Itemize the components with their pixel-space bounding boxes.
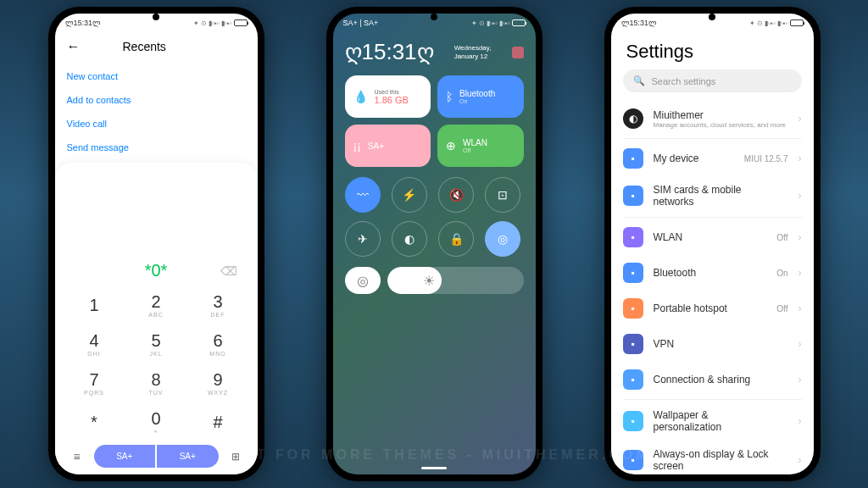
auto-brightness-button[interactable]: ◎ bbox=[345, 267, 381, 294]
search-placeholder: Search settings bbox=[652, 76, 716, 86]
bluetooth-icon: ᛒ bbox=[446, 90, 453, 103]
page-title: Recents bbox=[123, 40, 166, 53]
bluetooth-tile[interactable]: ᛒ Bluetooth On bbox=[437, 75, 524, 118]
settings-icon: ▪ bbox=[623, 227, 643, 247]
key-6[interactable]: 6MNO bbox=[187, 324, 249, 363]
chevron-right-icon: › bbox=[798, 231, 802, 243]
chevron-right-icon: › bbox=[798, 454, 802, 466]
wifi-icon: ⊕ bbox=[446, 139, 456, 152]
settings-icon: ▪ bbox=[623, 450, 643, 470]
chevron-right-icon: › bbox=[798, 374, 802, 385]
settings-item-wlan[interactable]: ▪ WLAN Off › bbox=[611, 219, 814, 255]
battery-icon bbox=[234, 19, 248, 26]
phone-dialer: ლ15:31ლ ✦ ⊙ ▮▫▪▫ ▮▫▪▫ ← Recents New cont… bbox=[48, 7, 264, 481]
dialpad-toggle-icon[interactable]: ⊞ bbox=[225, 451, 246, 463]
edit-icon[interactable] bbox=[512, 47, 524, 58]
toggle-flashlight[interactable]: ⚡ bbox=[392, 177, 427, 213]
toggle-location[interactable]: ◎ bbox=[485, 221, 520, 257]
status-carrier: SA+ | SA+ bbox=[343, 19, 379, 27]
action-add-contacts[interactable]: Add to contacts bbox=[67, 88, 246, 112]
toggle-darkmode[interactable]: ◐ bbox=[392, 221, 427, 257]
number-display: *0* ⌫ bbox=[55, 256, 258, 286]
toggle-airplane[interactable]: ✈ bbox=[345, 221, 381, 257]
settings-item-wallpaper-personalization[interactable]: ▪ Wallpaper & personalization › bbox=[611, 402, 814, 441]
data-usage-tile[interactable]: 💧 Used this 1.86 GB bbox=[345, 75, 431, 118]
account-item[interactable]: ◐ Miuithemer Manage accounts, cloud serv… bbox=[611, 101, 814, 136]
battery-icon bbox=[790, 19, 804, 26]
settings-icon: ▪ bbox=[623, 263, 643, 283]
settings-item-vpn[interactable]: ▪ VPN › bbox=[611, 326, 814, 362]
chevron-right-icon: › bbox=[798, 152, 802, 164]
toggle-screenshot[interactable]: ⊡ bbox=[485, 177, 520, 213]
settings-item-my-device[interactable]: ▪ My device MIUI 12.5.7 › bbox=[611, 141, 814, 176]
key-4[interactable]: 4GHI bbox=[64, 324, 125, 363]
chevron-right-icon: › bbox=[798, 190, 802, 202]
brightness-slider[interactable]: ☀ bbox=[387, 267, 524, 294]
settings-item-connection-sharing[interactable]: ▪ Connection & sharing › bbox=[611, 362, 814, 397]
key-9[interactable]: 9WXYZ bbox=[187, 363, 249, 402]
call-sim1-button[interactable]: SA+ bbox=[94, 445, 156, 468]
dialpad-panel: *0* ⌫ 12ABC3DEF4GHI5JKL6MNO7PQRS8TUV9WXY… bbox=[55, 163, 258, 474]
settings-icon: ▪ bbox=[623, 298, 643, 319]
settings-item-portable-hotspot[interactable]: ▪ Portable hotspot Off › bbox=[611, 291, 814, 326]
water-drop-icon: 💧 bbox=[353, 90, 368, 103]
settings-icon: ▪ bbox=[623, 334, 643, 354]
camera-notch bbox=[153, 14, 159, 20]
key-2[interactable]: 2ABC bbox=[125, 286, 187, 324]
back-icon[interactable]: ← bbox=[67, 39, 81, 54]
dialed-number: *0* bbox=[145, 261, 168, 280]
signal-icon: ¡¡ bbox=[353, 139, 361, 152]
key-0[interactable]: 0+ bbox=[125, 402, 187, 441]
status-time: ლ15:31ლ bbox=[65, 19, 102, 27]
brightness-icon: ☀ bbox=[423, 273, 435, 289]
key-3[interactable]: 3DEF bbox=[187, 286, 249, 324]
datetime-widget: ღ15:31ღ Wednesday, January 12 bbox=[345, 39, 524, 65]
key-5[interactable]: 5JKL bbox=[125, 324, 187, 363]
status-time: ლ15:31ლ bbox=[621, 19, 658, 27]
dialer-header: ← Recents bbox=[55, 32, 258, 61]
chevron-right-icon: › bbox=[798, 267, 802, 279]
search-icon: 🔍 bbox=[633, 75, 645, 86]
wlan-tile[interactable]: ⊕ WLAN Off bbox=[437, 125, 524, 167]
date-day: Wednesday, bbox=[454, 44, 492, 53]
call-sim2-button[interactable]: SA+ bbox=[157, 445, 219, 468]
phone-control-center: SA+ | SA+ ✦ ⊙ ▮▫▪▫ ▮▫▪▫ ღ15:31ღ Wednesda… bbox=[326, 7, 542, 481]
key-*[interactable]: * bbox=[64, 402, 125, 441]
battery-icon bbox=[512, 19, 526, 26]
contact-actions: New contact Add to contacts Video call S… bbox=[55, 61, 258, 163]
key-7[interactable]: 7PQRS bbox=[64, 363, 125, 402]
camera-notch bbox=[431, 14, 437, 20]
settings-item-sim-cards-mobile-networks[interactable]: ▪ SIM cards & mobile networks › bbox=[611, 176, 814, 215]
menu-icon[interactable]: ≡ bbox=[67, 450, 87, 463]
settings-item-bluetooth[interactable]: ▪ Bluetooth On › bbox=[611, 255, 814, 291]
chevron-right-icon: › bbox=[798, 302, 802, 314]
settings-list: ◐ Miuithemer Manage accounts, cloud serv… bbox=[611, 101, 814, 474]
key-1[interactable]: 1 bbox=[64, 286, 125, 324]
clock-time: ღ15:31ღ bbox=[345, 39, 434, 65]
chevron-right-icon: › bbox=[798, 338, 802, 350]
toggle-lock[interactable]: 🔒 bbox=[438, 221, 474, 257]
action-send-message[interactable]: Send message bbox=[67, 136, 246, 159]
drag-handle[interactable] bbox=[421, 467, 447, 469]
sim-tile[interactable]: ¡¡ SA+ bbox=[345, 125, 431, 167]
camera-notch bbox=[709, 14, 715, 20]
action-new-contact[interactable]: New contact bbox=[67, 64, 246, 88]
settings-item-always-on-display-lock-screen[interactable]: ▪ Always-on display & Lock screen › bbox=[611, 441, 814, 474]
search-input[interactable]: 🔍 Search settings bbox=[623, 69, 802, 92]
action-video-call[interactable]: Video call bbox=[67, 112, 246, 136]
keypad: 12ABC3DEF4GHI5JKL6MNO7PQRS8TUV9WXYZ*0+# bbox=[55, 286, 258, 441]
toggle-vibrate[interactable]: 〰 bbox=[345, 177, 381, 213]
settings-icon: ▪ bbox=[623, 369, 643, 390]
dialer-bottom-bar: ≡ SA+ SA+ ⊞ bbox=[55, 441, 258, 471]
page-title: Settings bbox=[611, 32, 814, 69]
date-month: January 12 bbox=[454, 53, 492, 61]
chevron-right-icon: › bbox=[798, 113, 802, 125]
key-8[interactable]: 8TUV bbox=[125, 363, 187, 402]
backspace-icon[interactable]: ⌫ bbox=[220, 264, 237, 278]
key-#[interactable]: # bbox=[187, 402, 249, 441]
settings-icon: ▪ bbox=[623, 411, 643, 431]
chevron-right-icon: › bbox=[798, 415, 802, 427]
settings-icon: ▪ bbox=[623, 186, 643, 206]
settings-icon: ▪ bbox=[623, 148, 643, 169]
toggle-mute[interactable]: 🔇 bbox=[438, 177, 474, 213]
